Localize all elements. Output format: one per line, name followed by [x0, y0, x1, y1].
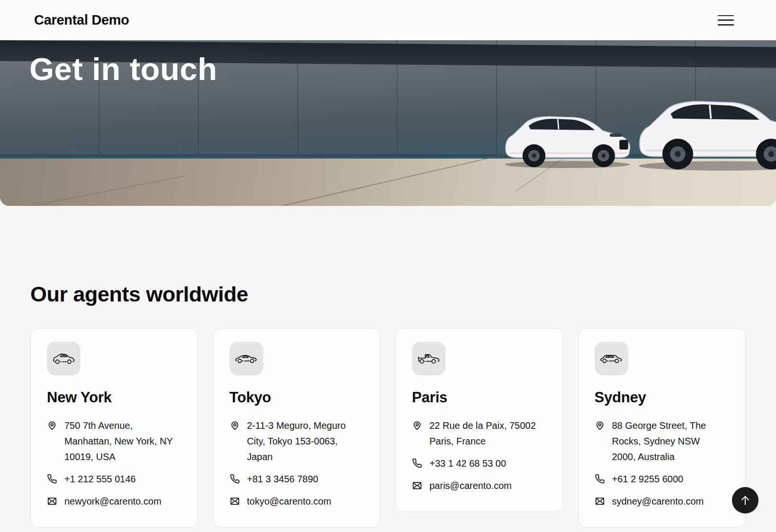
- brand-logo[interactable]: Carental Demo: [34, 12, 129, 28]
- agent-contact-rows: 88 George Street, The Rocks, Sydney NSW …: [595, 418, 733, 509]
- agent-city: Paris: [412, 390, 551, 406]
- vehicle-icon-tile: [230, 342, 263, 375]
- vehicle-icon-tile: [412, 342, 446, 375]
- phone-icon: [230, 474, 240, 484]
- wagon-car-icon: [599, 351, 623, 366]
- agent-address-row: 2-11-3 Meguro, Meguro City, Tokyo 153-00…: [230, 418, 368, 465]
- agent-email: paris@carento.com: [429, 478, 512, 494]
- agent-email: tokyo@carento.com: [247, 494, 331, 509]
- agent-email: sydney@carento.com: [612, 494, 704, 509]
- section-title: Our agents worldwide: [30, 283, 746, 305]
- agent-address-row: 88 George Street, The Rocks, Sydney NSW …: [595, 418, 733, 465]
- arrow-up-icon: [740, 494, 751, 506]
- agent-phone: +1 212 555 0146: [64, 471, 136, 487]
- location-pin-icon: [412, 420, 422, 431]
- location-pin-icon: [47, 420, 57, 431]
- scroll-to-top-button[interactable]: [732, 487, 758, 514]
- agent-email: newyork@carento.com: [64, 494, 161, 509]
- agent-phone-row[interactable]: +61 2 9255 6000: [595, 471, 733, 487]
- agent-phone: +81 3 3456 7890: [247, 471, 319, 487]
- agent-address: 750 7th Avenue, Manhattan, New York, NY …: [64, 418, 176, 465]
- agent-contact-rows: 2-11-3 Meguro, Meguro City, Tokyo 153-00…: [230, 418, 368, 509]
- agent-address-row: 750 7th Avenue, Manhattan, New York, NY …: [47, 418, 186, 465]
- hamburger-bar: [718, 15, 734, 17]
- hamburger-bar: [718, 19, 734, 21]
- agent-card: New York 750 7th Avenue, Manhattan, New …: [30, 328, 198, 528]
- phone-icon: [412, 458, 422, 469]
- agent-email-row[interactable]: tokyo@carento.com: [230, 494, 368, 509]
- agent-email-row[interactable]: newyork@carento.com: [47, 494, 186, 509]
- agent-city: Sydney: [595, 390, 733, 406]
- email-envelope-icon: [230, 496, 240, 506]
- location-pin-icon: [230, 420, 240, 431]
- phone-icon: [595, 474, 605, 484]
- agent-city: New York: [47, 390, 186, 406]
- phone-icon: [47, 474, 57, 484]
- agent-city: Tokyo: [230, 390, 368, 406]
- hero-banner: Get in touch: [0, 40, 776, 206]
- agent-address: 2-11-3 Meguro, Meguro City, Tokyo 153-00…: [247, 418, 359, 465]
- agent-card: Tokyo 2-11-3 Meguro, Meguro City, Tokyo …: [213, 328, 381, 528]
- sports-car-icon: [234, 351, 258, 366]
- agent-phone-row[interactable]: +1 212 555 0146: [47, 471, 186, 487]
- email-envelope-icon: [595, 496, 605, 506]
- email-envelope-icon: [412, 480, 422, 491]
- agents-section: Our agents worldwide New York: [30, 283, 746, 528]
- agent-card: Sydney 88 George Street, The Rocks, Sydn…: [578, 328, 746, 528]
- agent-phone: +33 1 42 68 53 00: [429, 456, 506, 471]
- agent-email-row[interactable]: paris@carento.com: [412, 478, 551, 494]
- location-pin-icon: [595, 420, 605, 431]
- hamburger-menu-icon[interactable]: [718, 15, 734, 26]
- agent-cards-grid: New York 750 7th Avenue, Manhattan, New …: [30, 328, 746, 528]
- white-suvs-photo: [492, 79, 776, 197]
- agent-address: 22 Rue de la Paix, 75002 Paris, France: [429, 418, 541, 449]
- agent-address-row: 22 Rue de la Paix, 75002 Paris, France: [412, 418, 551, 449]
- vehicle-icon-tile: [595, 342, 628, 375]
- suv-car-icon: [52, 351, 76, 366]
- agent-email-row[interactable]: sydney@carento.com: [595, 494, 733, 509]
- page-title: Get in touch: [29, 51, 217, 87]
- agent-phone: +61 2 9255 6000: [612, 471, 684, 487]
- vehicle-icon-tile: [47, 342, 80, 375]
- agent-address: 88 George Street, The Rocks, Sydney NSW …: [612, 418, 724, 465]
- agent-contact-rows: 22 Rue de la Paix, 75002 Paris, France +…: [412, 418, 551, 494]
- agent-phone-row[interactable]: +33 1 42 68 53 00: [412, 456, 551, 471]
- hamburger-bar: [718, 24, 734, 26]
- pickup-truck-icon: [417, 351, 441, 366]
- agent-contact-rows: 750 7th Avenue, Manhattan, New York, NY …: [47, 418, 186, 509]
- agent-phone-row[interactable]: +81 3 3456 7890: [230, 471, 368, 487]
- email-envelope-icon: [47, 496, 57, 506]
- agent-card: Paris 22 Rue de la Paix, 75002 Paris, Fr…: [395, 328, 563, 512]
- site-header: Carental Demo: [0, 0, 776, 40]
